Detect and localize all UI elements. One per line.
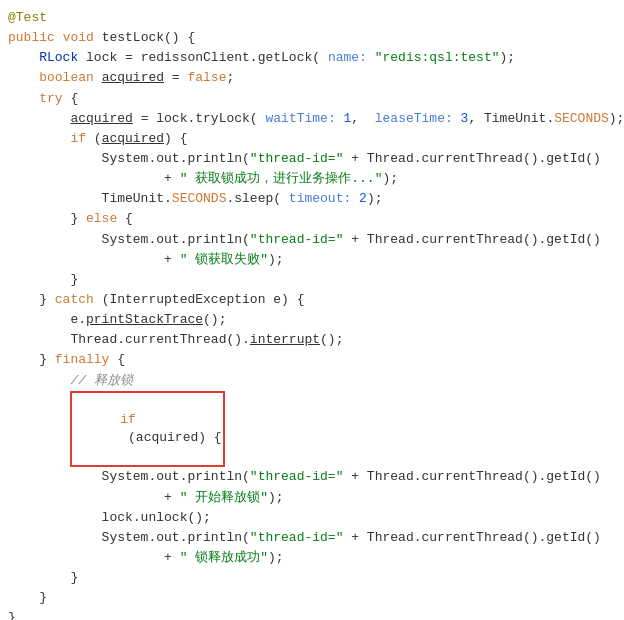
keyword-if: if: [70, 129, 86, 149]
keyword-void: void: [63, 28, 94, 48]
comment-release-lock: // 释放锁: [70, 371, 132, 391]
keyword-boolean: boolean: [39, 68, 94, 88]
code-line-28: }: [0, 608, 624, 620]
code-line-21: System.out.println( "thread-id=" + Threa…: [0, 467, 624, 487]
code-line-6: acquired = lock.tryLock( waitTime: 1 , l…: [0, 109, 624, 129]
code-line-20: if (acquired) {: [0, 391, 624, 468]
code-line-13: + " 锁获取失败" );: [0, 250, 624, 270]
code-editor: @Test public void testLock() { RLock loc…: [0, 0, 624, 620]
code-line-26: }: [0, 568, 624, 588]
code-line-23: lock.unlock();: [0, 508, 624, 528]
keyword-finally: finally: [55, 350, 110, 370]
code-line-2: public void testLock() {: [0, 28, 624, 48]
highlighted-if-acquired: if (acquired) {: [70, 391, 224, 468]
code-line-22: + " 开始释放锁" );: [0, 488, 624, 508]
code-line-8: System.out.println( "thread-id=" + Threa…: [0, 149, 624, 169]
code-line-11: } else {: [0, 209, 624, 229]
code-line-24: System.out.println( "thread-id=" + Threa…: [0, 528, 624, 548]
code-line-17: Thread.currentThread(). interrupt ();: [0, 330, 624, 350]
code-line-12: System.out.println( "thread-id=" + Threa…: [0, 230, 624, 250]
code-line-16: e. printStackTrace ();: [0, 310, 624, 330]
code-line-18: } finally {: [0, 350, 624, 370]
code-line-15: } catch (InterruptedException e) {: [0, 290, 624, 310]
keyword-else: else: [86, 209, 117, 229]
code-line-27: }: [0, 588, 624, 608]
type-rlock: RLock: [39, 48, 78, 68]
code-line-1: @Test: [0, 8, 624, 28]
code-line-7: if ( acquired ) {: [0, 129, 624, 149]
code-line-25: + " 锁释放成功" );: [0, 548, 624, 568]
code-line-5: try {: [0, 89, 624, 109]
keyword-try: try: [39, 89, 62, 109]
keyword-if2: if: [120, 412, 136, 427]
code-line-14: }: [0, 270, 624, 290]
code-line-19: // 释放锁: [0, 371, 624, 391]
code-line-4: boolean acquired = false ;: [0, 68, 624, 88]
code-line-3: RLock lock = redissonClient.getLock( nam…: [0, 48, 624, 68]
code-line-10: TimeUnit. SECONDS .sleep( timeout: 2 );: [0, 189, 624, 209]
keyword-public: public: [8, 28, 55, 48]
annotation-test: @Test: [8, 8, 47, 28]
keyword-false: false: [187, 68, 226, 88]
keyword-catch: catch: [55, 290, 94, 310]
code-line-9: + " 获取锁成功，进行业务操作..." );: [0, 169, 624, 189]
